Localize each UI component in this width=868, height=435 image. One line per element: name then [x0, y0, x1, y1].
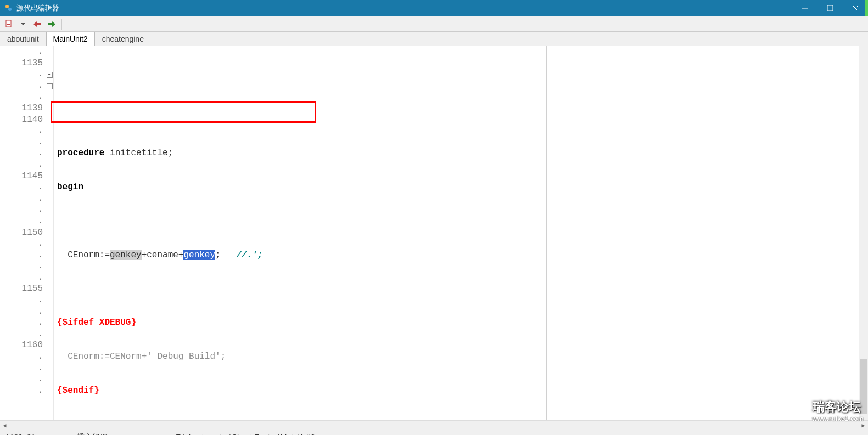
toolbar-separator [61, 19, 62, 30]
gutter-line: 1139 [0, 103, 43, 114]
code-line: {$endif} [55, 385, 868, 397]
gutter-line: . [0, 80, 43, 92]
code-text: ; [221, 352, 226, 361]
editor-area: . 1135 . . . 1139 1140 . . . . 1145 . . … [0, 46, 868, 420]
gutter-line: . [0, 374, 43, 385]
code-line-highlighted: CEnorm:=genkey+cename+genkey; //.'; [55, 250, 868, 261]
minimize-button[interactable] [792, 0, 817, 16]
code-line [55, 80, 868, 92]
window-edge-indicator [865, 0, 868, 16]
dropdown-arrow-icon[interactable] [18, 19, 29, 30]
gutter-line: . [0, 182, 43, 193]
gutter-line: . [0, 137, 43, 148]
gutter-line: . [0, 91, 43, 103]
svg-point-1 [8, 8, 12, 11]
fold-toggle[interactable] [46, 80, 53, 92]
string-literal: ' Debug Build' [147, 352, 220, 361]
gutter-line: . [0, 261, 43, 272]
svg-rect-3 [827, 5, 833, 11]
gutter-line: . [0, 148, 43, 159]
app-icon [4, 4, 13, 13]
code-text: initcetitle; [104, 148, 173, 158]
code-line [55, 114, 868, 126]
tab-mainunit2[interactable]: MainUnit2 [46, 32, 95, 46]
gutter-line: . [0, 363, 43, 374]
window-controls [792, 0, 868, 16]
directive: {$endif} [57, 386, 99, 396]
vertical-scrollbar[interactable] [859, 46, 868, 420]
code-text: CEnorm:=CENorm+ [57, 352, 147, 361]
scrollbar-thumb[interactable] [860, 359, 867, 414]
selection: genkey [183, 250, 215, 260]
gutter-line: 1160 [0, 340, 43, 351]
gutter-line: . [0, 159, 43, 171]
gutter-line: . [0, 204, 43, 216]
gutter-line: . [0, 351, 43, 363]
gutter-line: 1150 [0, 227, 43, 239]
code-text: ; [215, 250, 236, 260]
directive: {$ifdef XDEBUG} [57, 318, 136, 327]
code-line: {$ifdef XDEBUG} [55, 317, 868, 329]
keyword: procedure [57, 148, 104, 158]
code-text: cename [147, 250, 178, 260]
symbol-match: genkey [110, 250, 142, 260]
gutter-line: 1140 [0, 114, 43, 126]
code-line: begin [55, 182, 868, 193]
scroll-right-arrow[interactable]: ► [859, 421, 868, 430]
code-text: + [142, 250, 147, 260]
gutter-line: . [0, 329, 43, 340]
comment: //.'; [236, 250, 262, 260]
code-line: procedure initcetitle; [55, 148, 868, 159]
titlebar-left: 源代码编辑器 [4, 3, 59, 13]
gutter-line: . [0, 317, 43, 329]
code-text: + [178, 250, 184, 260]
gutter-line: . [0, 250, 43, 261]
svg-rect-6 [6, 20, 11, 27]
right-margin-line [546, 46, 547, 420]
gutter-line: 1145 [0, 171, 43, 182]
gutter-line: . [0, 46, 43, 58]
code-view[interactable]: procedure initcetitle; begin CEnorm:=gen… [54, 46, 868, 420]
svg-point-0 [5, 5, 9, 8]
tabbar: aboutunit MainUnit2 cheatengine [0, 32, 868, 46]
file-button[interactable] [3, 19, 14, 30]
gutter-line: . [0, 216, 43, 227]
gutter-line: . [0, 238, 43, 250]
code-text: CEnorm:= [57, 250, 110, 260]
tab-aboutunit[interactable]: aboutunit [0, 32, 46, 46]
maximize-button[interactable] [817, 0, 843, 16]
tab-cheatengine[interactable]: cheatengine [95, 32, 151, 46]
horizontal-scrollbar[interactable]: ◄ ► [0, 420, 868, 430]
gutter-line: . [0, 295, 43, 306]
code-line [55, 216, 868, 227]
fold-column [46, 46, 54, 420]
line-gutter: . 1135 . . . 1139 1140 . . . . 1145 . . … [0, 46, 46, 420]
fold-toggle[interactable] [46, 69, 53, 80]
titlebar: 源代码编辑器 [0, 0, 868, 16]
toolbar [0, 16, 868, 32]
gutter-line: . [0, 385, 43, 397]
nav-back-button[interactable] [32, 19, 43, 30]
gutter-line: . [0, 306, 43, 318]
code-line: CEnorm:=CENorm+' Debug Build'; [55, 351, 868, 363]
code-line [55, 283, 868, 295]
gutter-line: 1135 [0, 58, 43, 69]
gutter-line: . [0, 272, 43, 284]
nav-forward-button[interactable] [46, 19, 57, 30]
gutter-line: . [0, 193, 43, 205]
gutter-line: 1155 [0, 283, 43, 295]
window-title: 源代码编辑器 [16, 3, 59, 13]
gutter-line: . [0, 125, 43, 137]
keyword: begin [57, 182, 83, 192]
svg-rect-7 [7, 24, 10, 25]
gutter-line: . [0, 69, 43, 80]
scroll-left-arrow[interactable]: ◄ [0, 421, 9, 430]
